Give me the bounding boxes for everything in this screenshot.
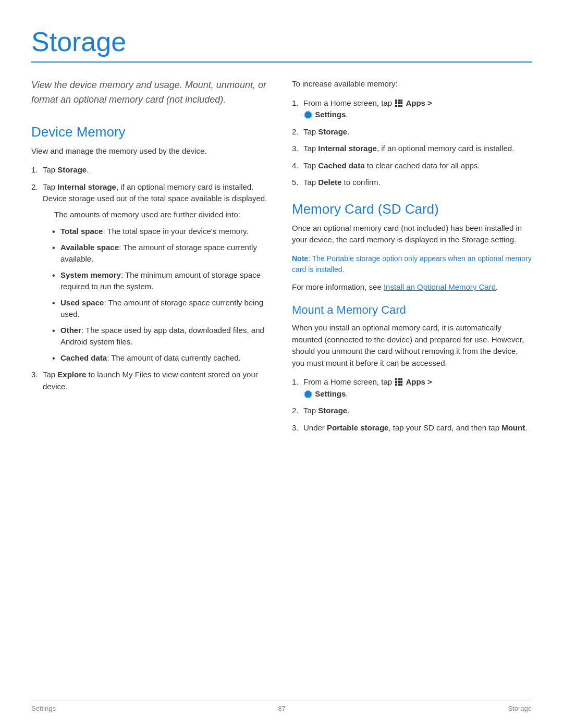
list-item: Available space: The amount of storage s… <box>52 242 271 265</box>
more-info-text: For more information, see Install an Opt… <box>292 281 532 293</box>
list-item: Used space: The amount of storage space … <box>52 297 271 320</box>
two-column-layout: View the device memory and usage. Mount,… <box>31 78 532 441</box>
step2-bold: Internal storage <box>57 182 116 191</box>
list-item: Total space: The total space in your dev… <box>52 226 271 238</box>
svg-rect-4 <box>398 102 400 104</box>
list-item: 3. Under Portable storage, tap your SD c… <box>292 422 532 434</box>
svg-rect-3 <box>395 102 397 104</box>
footer-left: Settings <box>31 705 56 712</box>
step-num: 5. <box>292 177 299 189</box>
svg-rect-12 <box>400 378 402 380</box>
step1-bold: Storage <box>57 165 87 174</box>
svg-rect-1 <box>398 100 400 102</box>
title-divider <box>31 61 532 63</box>
apps-label: Apps > <box>406 377 432 386</box>
step3-bold: Explore <box>57 370 86 379</box>
memory-card-heading: Memory Card (SD Card) <box>292 201 532 217</box>
step-bold: Storage <box>318 406 347 415</box>
sub-note: The amounts of memory used are further d… <box>54 209 271 221</box>
step-bold: Portable storage <box>327 423 388 432</box>
step-num: 1. <box>292 376 299 388</box>
list-item: 5. Tap Delete to confirm. <box>292 177 532 189</box>
svg-rect-7 <box>398 105 400 107</box>
page-title: Storage <box>31 26 532 57</box>
step-num: 4. <box>292 160 299 172</box>
list-item: 1. From a Home screen, tap Apps > Settin… <box>292 376 532 400</box>
svg-rect-11 <box>398 378 400 380</box>
device-memory-desc: View and manage the memory used by the d… <box>31 145 271 157</box>
increase-memory-steps: 1. From a Home screen, tap Apps > Settin… <box>292 97 532 189</box>
svg-rect-8 <box>400 105 402 107</box>
list-item: Cached data: The amount of data currentl… <box>52 352 271 364</box>
step-num: 1. <box>31 164 38 176</box>
svg-rect-18 <box>400 384 402 386</box>
step-bold2: Mount <box>501 423 525 432</box>
svg-rect-13 <box>395 381 397 383</box>
increase-memory-heading: To increase available memory: <box>292 78 532 90</box>
intro-text: View the device memory and usage. Mount,… <box>31 78 271 107</box>
step-num: 3. <box>292 143 299 155</box>
list-item: 1. From a Home screen, tap Apps > Settin… <box>292 97 532 121</box>
list-item: 2. Tap Storage. <box>292 405 532 417</box>
right-column: To increase available memory: 1. From a … <box>292 78 532 441</box>
device-memory-steps: 1. Tap Storage. 2. Tap Internal storage,… <box>31 164 271 392</box>
apps-icon <box>395 378 403 386</box>
memory-card-desc: Once an optional memory card (not includ… <box>292 223 532 246</box>
apps-icon <box>395 99 403 107</box>
settings-label: Settings <box>315 389 346 398</box>
list-item: System memory: The minimum amount of sto… <box>52 269 271 293</box>
device-memory-heading: Device Memory <box>31 124 271 140</box>
step-num: 3. <box>31 369 38 381</box>
svg-rect-0 <box>395 100 397 102</box>
footer-right: Storage <box>508 705 532 712</box>
list-item: 2. Tap Storage. <box>292 126 532 138</box>
bullet-bold: System memory <box>60 270 121 279</box>
footer-center: 87 <box>278 705 285 712</box>
step-num: 2. <box>292 126 299 138</box>
list-item: Other: The space used by app data, downl… <box>52 325 271 348</box>
footer: Settings 87 Storage <box>31 700 532 712</box>
bullet-bold: Other <box>60 326 81 335</box>
svg-rect-17 <box>398 384 400 386</box>
svg-rect-10 <box>395 378 397 380</box>
step-bold: Internal storage <box>318 144 377 153</box>
mount-memory-card-desc: When you install an optional memory card… <box>292 322 532 369</box>
list-item: 2. Tap Internal storage, if an optional … <box>31 181 271 364</box>
svg-rect-5 <box>400 102 402 104</box>
settings-label: Settings <box>315 110 346 119</box>
page: Storage View the device memory and usage… <box>0 0 563 728</box>
bullet-bold: Total space <box>60 227 103 236</box>
svg-rect-14 <box>398 381 400 383</box>
memory-bullets: Total space: The total space in your dev… <box>52 226 271 364</box>
bullet-bold: Available space <box>60 243 119 252</box>
mount-steps: 1. From a Home screen, tap Apps > Settin… <box>292 376 532 434</box>
list-item: 3. Tap Explore to launch My Files to vie… <box>31 369 271 392</box>
svg-rect-2 <box>400 100 402 102</box>
install-memory-card-link[interactable]: Install an Optional Memory Card <box>384 282 496 291</box>
list-item: 1. Tap Storage. <box>31 164 271 176</box>
bullet-bold: Cached data <box>60 353 107 362</box>
step-bold: Cached data <box>318 161 364 170</box>
svg-rect-6 <box>395 105 397 107</box>
svg-rect-16 <box>395 384 397 386</box>
step-bold: Delete <box>318 178 341 187</box>
list-item: 3. Tap Internal storage, if an optional … <box>292 143 532 155</box>
step-bold: Storage <box>318 127 347 136</box>
bullet-bold: Used space <box>60 298 104 307</box>
note-text: Note: The Portable storage option only a… <box>292 253 532 275</box>
step-num: 3. <box>292 422 299 434</box>
mount-memory-card-heading: Mount a Memory Card <box>292 303 532 317</box>
list-item: 4. Tap Cached data to clear cached data … <box>292 160 532 172</box>
step-num: 2. <box>31 181 38 193</box>
step-num: 1. <box>292 97 299 109</box>
svg-rect-15 <box>400 381 402 383</box>
note-label: Note <box>292 254 308 263</box>
left-column: View the device memory and usage. Mount,… <box>31 78 271 441</box>
apps-label: Apps > <box>406 98 432 107</box>
settings-icon <box>304 390 312 398</box>
step-num: 2. <box>292 405 299 417</box>
settings-icon <box>304 110 312 119</box>
